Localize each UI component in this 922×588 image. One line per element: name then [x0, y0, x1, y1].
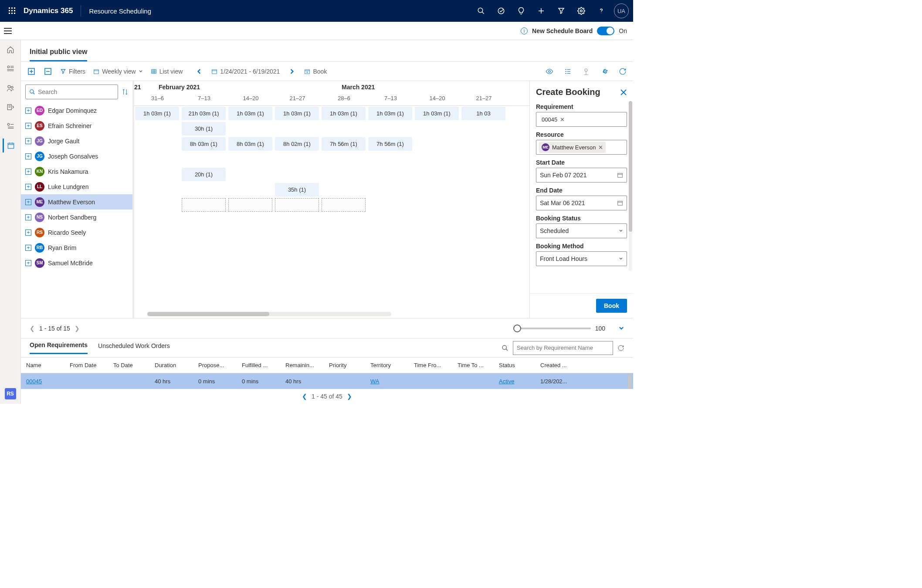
resource-row[interactable]: + LL Luke Lundgren [21, 179, 132, 194]
grid-row[interactable]: 00045 40 hrs 0 mins 0 mins 40 hrs WA Act… [21, 373, 633, 389]
hamburger-icon[interactable] [0, 24, 16, 38]
resource-row[interactable]: + JG Joseph Gonsalves [21, 149, 132, 164]
list-check-icon[interactable] [3, 119, 18, 133]
resource-input[interactable]: MEMatthew Everson✕ [536, 140, 627, 155]
grid-pager-next-icon[interactable]: ❯ [347, 393, 352, 400]
cell-name[interactable]: 00045 [21, 378, 64, 385]
resource-search[interactable] [25, 84, 118, 99]
date-range[interactable]: 1/24/2021 - 6/19/2021 [211, 68, 280, 75]
grid-col-header[interactable]: Propose... [193, 362, 237, 368]
expand-icon[interactable]: + [25, 153, 31, 159]
queue-icon[interactable] [3, 100, 18, 114]
cell-status[interactable]: Active [494, 378, 535, 385]
list-view-button[interactable]: List view [151, 68, 183, 75]
pager-prev-icon[interactable]: ❮ [30, 325, 35, 332]
booking-cell[interactable]: 1h 03m (1) [368, 107, 412, 120]
booking-cell[interactable]: 8h 03m (1) [228, 137, 272, 151]
booking-cell[interactable]: 1h 03m (1) [415, 107, 459, 120]
tab-unscheduled-workorders[interactable]: Unscheduled Work Orders [98, 342, 170, 354]
gear-icon[interactable] [600, 68, 609, 75]
app-launcher-icon[interactable] [4, 7, 20, 14]
expand-icon[interactable]: + [25, 169, 31, 175]
expand-icon[interactable]: + [25, 138, 31, 144]
expand-icon[interactable]: + [25, 184, 31, 190]
legend-icon[interactable] [563, 68, 572, 75]
grid-col-header[interactable]: To Date [108, 362, 149, 368]
grid-col-header[interactable]: Time To ... [452, 362, 494, 368]
app-chip[interactable]: RS [5, 388, 16, 399]
sort-icon[interactable] [122, 88, 129, 95]
drop-zone[interactable] [182, 198, 226, 212]
expand-icon[interactable]: + [25, 230, 31, 236]
resource-row[interactable]: + ED Edgar Dominquez [21, 103, 132, 118]
prev-range-icon[interactable] [195, 69, 203, 74]
close-icon[interactable] [620, 89, 627, 96]
collapse-all-icon[interactable] [44, 68, 52, 75]
start-date-input[interactable]: Sun Feb 07 2021 [536, 168, 627, 182]
home-icon[interactable] [3, 43, 18, 57]
resource-row[interactable]: + SM Samuel McBride [21, 255, 132, 270]
filters-button[interactable]: Filters [60, 68, 85, 75]
grid-col-header[interactable]: Priority [324, 362, 365, 368]
grid-col-header[interactable]: Time Fro... [409, 362, 452, 368]
settings-icon[interactable] [571, 0, 591, 21]
grid-col-header[interactable]: From Date [64, 362, 108, 368]
lightbulb-icon[interactable] [511, 0, 531, 21]
expand-icon[interactable]: + [25, 199, 31, 205]
expand-icon[interactable]: + [25, 214, 31, 220]
book-submit-button[interactable]: Book [596, 299, 627, 313]
people-icon[interactable] [3, 81, 18, 95]
grid-col-header[interactable]: Name [21, 362, 64, 368]
new-board-toggle[interactable] [597, 27, 614, 35]
booking-cell[interactable]: 30h (1) [182, 122, 226, 135]
grid-filter-input[interactable] [513, 341, 613, 355]
task-icon[interactable] [491, 0, 511, 21]
pager-next-icon[interactable]: ❯ [75, 325, 80, 332]
grid-col-header[interactable]: Status [494, 362, 535, 368]
clear-res-icon[interactable]: ✕ [598, 144, 603, 151]
clear-req-icon[interactable]: ✕ [560, 116, 565, 123]
booking-cell[interactable]: 1h 03m (1) [275, 107, 319, 120]
grid-refresh-icon[interactable] [617, 345, 624, 351]
booking-cell[interactable]: 21h 03m (1) [182, 107, 226, 120]
drop-zone[interactable] [275, 198, 319, 212]
booking-cell[interactable]: 1h 03m (1) [322, 107, 366, 120]
drop-zone[interactable] [228, 198, 272, 212]
view-tab[interactable]: Initial public view [30, 48, 87, 61]
grid-pager-prev-icon[interactable]: ❮ [302, 393, 307, 400]
booking-status-select[interactable]: Scheduled [536, 223, 627, 238]
resource-row[interactable]: + NS Norbert Sandberg [21, 210, 132, 225]
resource-row[interactable]: + RS Ricardo Seely [21, 225, 132, 240]
expand-icon[interactable]: + [25, 108, 31, 114]
next-range-icon[interactable] [288, 69, 296, 74]
people-list-icon[interactable] [3, 62, 18, 76]
search-input[interactable] [38, 88, 114, 95]
timeline-hscroll[interactable] [147, 312, 391, 316]
add-icon[interactable] [531, 0, 551, 21]
expand-all-icon[interactable] [27, 68, 36, 75]
map-pin-icon[interactable] [582, 68, 590, 75]
booking-cell[interactable]: 1h 03m (1) [135, 107, 179, 120]
resource-row[interactable]: + RB Ryan Brim [21, 240, 132, 255]
view-mode-select[interactable]: Weekly view [93, 68, 143, 75]
resource-row[interactable]: + JG Jorge Gault [21, 133, 132, 149]
booking-cell[interactable]: 8h 03m (1) [182, 137, 226, 151]
help-icon[interactable] [591, 0, 611, 21]
search-icon[interactable] [471, 0, 491, 21]
grid-search-icon[interactable] [502, 345, 508, 351]
eye-icon[interactable] [545, 68, 554, 75]
tab-open-requirements[interactable]: Open Requirements [30, 341, 88, 354]
grid-col-header[interactable]: Created ... [535, 362, 579, 368]
booking-cell[interactable]: 1h 03m (1) [228, 107, 272, 120]
resource-row[interactable]: + KN Kris Nakamura [21, 164, 132, 179]
requirement-input[interactable]: 00045✕ [536, 112, 627, 127]
resource-row[interactable]: + ME Matthew Everson [21, 194, 132, 210]
grid-col-header[interactable]: Remainin... [280, 362, 324, 368]
expand-icon[interactable]: + [25, 245, 31, 251]
expand-icon[interactable]: + [25, 123, 31, 129]
refresh-icon[interactable] [618, 68, 627, 75]
schedule-board-icon[interactable] [3, 139, 18, 152]
user-avatar[interactable]: UA [614, 3, 629, 18]
grid-col-header[interactable]: Territory [365, 362, 409, 368]
resource-row[interactable]: + ES Efrain Schreiner [21, 118, 132, 133]
